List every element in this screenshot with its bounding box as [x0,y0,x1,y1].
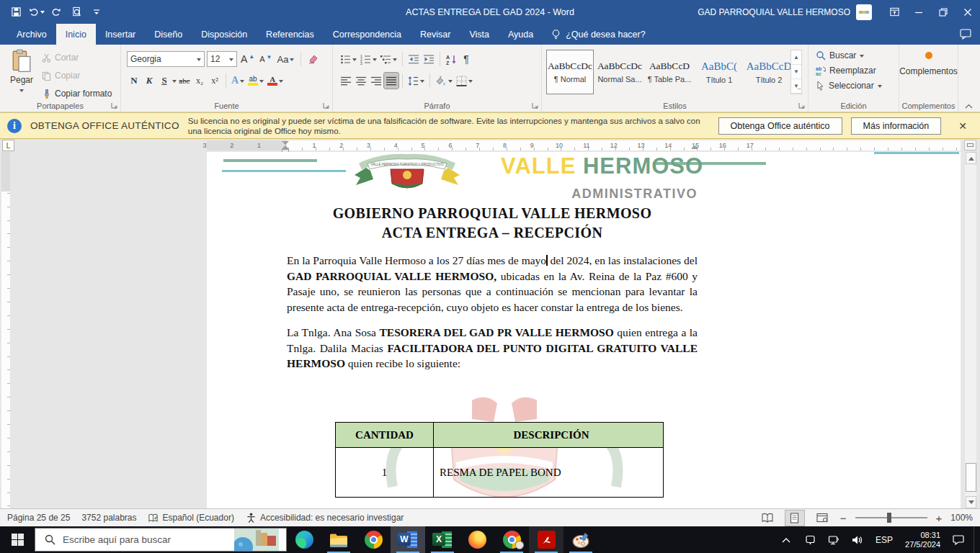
taskbar-word-button[interactable]: W [391,526,425,553]
addins-button[interactable]: Complementos [899,52,958,76]
web-layout-button[interactable] [813,511,832,526]
table-cell-description[interactable]: RESMA DE PAPEL BOND [434,448,664,498]
underline-button[interactable]: S [157,73,172,89]
highlight-button[interactable]: ab [246,73,265,89]
tray-expand-button[interactable] [778,531,795,549]
font-family-combo[interactable]: Georgia [127,51,205,67]
tell-me-box[interactable]: ¿Qué desea hacer? [543,24,654,45]
page-indicator[interactable]: Página 25 de 25 [7,513,70,523]
ribbon-tab[interactable]: Disposición [192,24,257,45]
scroll-up-button[interactable] [966,152,976,164]
subscript-button[interactable]: x₂ [192,73,207,89]
scrollbar-thumb[interactable] [966,463,976,492]
right-indent-marker[interactable] [691,145,698,149]
bold-button[interactable]: N [127,73,141,89]
style-gallery-down-button[interactable]: ▼ [791,65,801,79]
zoom-in-button[interactable]: + [936,512,943,524]
first-line-indent-marker[interactable] [282,141,289,145]
volume-button[interactable] [849,531,866,549]
underline-dropdown-arrow[interactable] [172,80,177,85]
shrink-font-button[interactable]: A▼ [258,51,273,67]
save-button[interactable] [7,4,24,21]
undo-button[interactable] [27,4,45,21]
taskbar-chrome-profile-button[interactable] [494,526,529,553]
sort-button[interactable]: AZ [444,51,458,67]
numbering-button[interactable]: 123 [359,51,378,67]
close-button[interactable] [956,0,980,24]
document-text[interactable]: ADMINISTRATIVO GOBIERNO PARROQUIAL VALLE… [287,186,698,372]
grow-font-button[interactable]: A▲ [239,51,256,67]
taskbar-acrobat-button[interactable] [529,526,564,553]
paste-button[interactable]: Pegar [6,49,37,101]
style-item[interactable]: AaBbCcD ¶ Table Pa... [646,50,693,94]
ribbon-tab[interactable]: Inicio [56,24,96,45]
taskbar-edge-button[interactable] [287,526,321,553]
scroll-down-button[interactable] [966,496,976,508]
style-item[interactable]: AaBbCcDc Normal Sa... [596,50,643,94]
ribbon-tab[interactable]: Ayuda [499,24,543,45]
network-button[interactable] [825,531,842,549]
style-item[interactable]: AaBbCcDc ¶ Normal [546,50,594,94]
italic-button[interactable]: K [142,73,156,89]
align-center-button[interactable] [354,73,368,89]
table-header-descripcion[interactable]: DESCRIPCIÓN [434,423,664,448]
taskbar-excel-button[interactable]: X [425,526,460,553]
feedback-comment-icon[interactable] [960,29,971,40]
start-button[interactable] [0,526,35,553]
tray-utility-button[interactable] [801,531,819,549]
format-painter-button[interactable]: Copiar formato [42,86,112,101]
replace-button[interactable]: abac Reemplazar [816,66,882,76]
shading-button[interactable] [434,73,454,89]
find-button[interactable]: Buscar [816,50,882,60]
strikethrough-button[interactable]: abc [177,73,192,89]
ruler-toggle-button[interactable] [964,140,976,150]
word-count[interactable]: 3752 palabras [81,513,136,523]
vertical-ruler[interactable] [1,152,10,508]
show-marks-button[interactable]: ¶ [459,51,473,67]
clear-formatting-button[interactable] [306,51,321,67]
dismiss-warning-button[interactable]: ✕ [953,120,973,132]
customize-qat-button[interactable] [88,4,105,21]
borders-button[interactable] [455,73,474,89]
print-layout-button[interactable] [785,511,804,526]
language-indicator[interactable]: ESP [873,535,896,545]
minimize-button[interactable] [906,0,931,24]
bullets-button[interactable] [339,51,358,67]
action-center-button[interactable] [950,531,967,549]
multilevel-list-button[interactable] [379,51,398,67]
accessibility-status[interactable]: Accesibilidad: es necesario investigar [246,512,404,523]
document-page[interactable]: VALLE HERMOSO TURISTICO Y PRODUCTIVO VAL… [207,152,961,508]
ribbon-tab[interactable]: Referencias [257,24,324,45]
clock[interactable]: 08:31 27/5/2024 [902,531,943,549]
get-genuine-office-button[interactable]: Obtenga Office auténtico [718,117,842,135]
text-effects-button[interactable]: A [230,73,246,89]
learn-more-button[interactable]: Más información [851,117,942,135]
styles-dialog-launcher[interactable] [797,101,806,109]
align-right-button[interactable] [369,73,383,89]
table-cell-quantity[interactable]: 1 [336,448,434,498]
increase-indent-button[interactable] [422,51,436,67]
account-avatar[interactable] [856,4,872,20]
document-heading-1[interactable]: GOBIERNO PARROQUIAL VALLE HERMOSO [287,204,698,223]
proofing-status[interactable]: Español (Ecuador) [148,513,233,523]
style-item[interactable]: AaBbC( Título 1 [695,50,743,94]
font-size-combo[interactable]: 12 [207,51,237,67]
ribbon-display-options-button[interactable] [882,0,906,24]
taskbar-paint-button[interactable] [564,526,598,553]
font-color-button[interactable]: A [266,73,285,89]
ribbon-tab[interactable]: Insertar [96,24,145,45]
cut-button[interactable]: Cortar [42,50,112,65]
show-desktop-button[interactable] [974,526,977,553]
read-mode-button[interactable] [758,511,777,526]
vertical-scrollbar[interactable] [964,152,976,508]
style-item[interactable]: AaBbCcD Título 2 [745,50,793,94]
select-button[interactable]: Seleccionar [816,81,882,91]
document-heading-2[interactable]: ACTA ENTREGA – RECEPCIÓN [287,223,698,243]
paragraph-dialog-launcher[interactable] [530,101,539,109]
zoom-level[interactable]: 100% [950,513,973,523]
tab-selector[interactable]: L [2,140,14,151]
redo-button[interactable] [48,4,65,21]
horizontal-ruler[interactable]: 321 1234567891011121314151617 [207,140,961,150]
font-dialog-launcher[interactable] [321,101,330,109]
zoom-slider-thumb[interactable] [887,513,891,523]
